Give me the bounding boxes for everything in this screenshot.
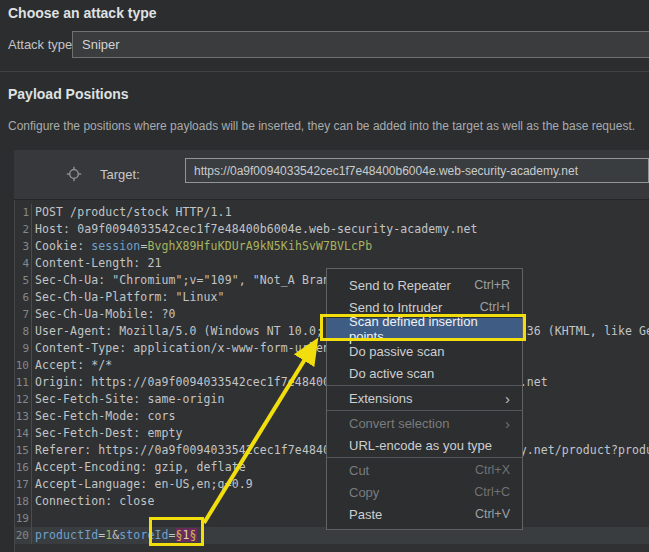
line-number: 2 xyxy=(15,221,32,238)
menu-item-label: URL-encode as you type xyxy=(349,438,510,453)
menu-item-do-passive-scan[interactable]: Do passive scan xyxy=(327,340,522,362)
menu-item-shortcut: Ctrl+C xyxy=(474,485,510,499)
request-line-text: Accept-Language: en-US,en;q=0.9 xyxy=(32,476,253,493)
line-number: 1 xyxy=(15,204,32,221)
menu-item-paste[interactable]: PasteCtrl+V xyxy=(327,503,522,525)
request-line[interactable]: 2Host: 0a9f0094033542cec1f7e48400b6004e.… xyxy=(15,221,649,238)
menu-item-shortcut: Ctrl+V xyxy=(475,507,510,521)
crosshair-target-icon xyxy=(66,166,82,182)
menu-item-label: Extensions xyxy=(349,391,505,406)
menu-item-label: Send to Repeater xyxy=(349,278,474,293)
menu-item-do-active-scan[interactable]: Do active scan xyxy=(327,362,522,384)
line-number: 5 xyxy=(15,272,32,289)
line-number: 14 xyxy=(15,425,32,442)
request-line-text: Connection: close xyxy=(32,493,154,510)
attack-type-section-title: Choose an attack type xyxy=(8,5,157,21)
target-label: Target: xyxy=(100,167,140,182)
attack-type-select[interactable]: Sniper xyxy=(72,31,649,58)
payload-positions-description: Configure the positions where payloads w… xyxy=(8,119,648,133)
line-number: 8 xyxy=(15,323,32,340)
attack-type-label: Attack type: xyxy=(8,37,76,52)
menu-separator xyxy=(327,385,522,386)
menu-item-shortcut: Ctrl+X xyxy=(475,463,510,477)
line-number: 11 xyxy=(15,374,32,391)
request-line-text xyxy=(32,510,35,527)
menu-item-label: Scan defined insertion points xyxy=(349,314,510,344)
request-line-text: Sec-Fetch-Mode: cors xyxy=(32,408,175,425)
menu-separator xyxy=(327,457,522,458)
menu-item-copy: CopyCtrl+C xyxy=(327,481,522,503)
menu-item-label: Send to Intruder xyxy=(349,300,480,315)
line-number: 10 xyxy=(15,357,32,374)
menu-item-shortcut: Ctrl+R xyxy=(474,278,510,292)
line-number: 6 xyxy=(15,289,32,306)
menu-item-label: Copy xyxy=(349,485,474,500)
submenu-arrow-icon: › xyxy=(505,416,510,431)
menu-item-label: Do passive scan xyxy=(349,344,510,359)
menu-item-url-encode-as-you-type[interactable]: URL-encode as you type xyxy=(327,434,522,456)
menu-item-label: Convert selection xyxy=(349,416,505,431)
request-line-text: POST /product/stock HTTP/1.1 xyxy=(32,204,232,221)
menu-item-cut: CutCtrl+X xyxy=(327,459,522,481)
line-number: 13 xyxy=(15,408,32,425)
menu-item-convert-selection: Convert selection› xyxy=(327,412,522,434)
line-number: 3 xyxy=(15,238,32,255)
request-line[interactable]: 3Cookie: session=BvghX89HfuKDUrA9kN5KihS… xyxy=(15,238,649,255)
attack-type-selected-value: Sniper xyxy=(82,37,120,52)
payload-positions-title: Payload Positions xyxy=(8,86,129,102)
menu-item-extensions[interactable]: Extensions› xyxy=(327,387,522,409)
burp-intruder-positions-view: Choose an attack type Attack type: Snipe… xyxy=(0,0,649,552)
request-line-text: Host: 0a9f0094033542cec1f7e48400b6004e.w… xyxy=(32,221,478,238)
request-line-text: Content-Length: 21 xyxy=(32,255,161,272)
context-menu: Send to RepeaterCtrl+RSend to IntruderCt… xyxy=(326,268,523,530)
menu-item-scan-defined-insertion-points[interactable]: Scan defined insertion points xyxy=(327,318,522,340)
section-divider xyxy=(0,71,649,72)
menu-item-label: Paste xyxy=(349,507,475,522)
menu-separator xyxy=(327,410,522,411)
target-url-field[interactable]: https://0a9f0094033542cec1f7e48400b6004e… xyxy=(185,158,649,183)
request-line[interactable]: 1POST /product/stock HTTP/1.1 xyxy=(15,204,649,221)
request-line-text: Sec-Ch-Ua-Platform: "Linux" xyxy=(32,289,225,306)
submenu-arrow-icon: › xyxy=(505,391,510,406)
request-line-text: Cookie: session=BvghX89HfuKDUrA9kN5KihSv… xyxy=(32,238,372,255)
request-line-text: Sec-Fetch-Dest: empty xyxy=(32,425,183,442)
line-number: 16 xyxy=(15,459,32,476)
line-number: 12 xyxy=(15,391,32,408)
line-number: 7 xyxy=(15,306,32,323)
line-number: 18 xyxy=(15,493,32,510)
line-number: 20 xyxy=(15,527,32,544)
line-number: 15 xyxy=(15,442,32,459)
line-number: 19 xyxy=(15,510,32,527)
menu-item-send-to-repeater[interactable]: Send to RepeaterCtrl+R xyxy=(327,274,522,296)
line-number: 9 xyxy=(15,340,32,357)
request-line-text: Sec-Fetch-Site: same-origin xyxy=(32,391,225,408)
request-line-text: productId=1&storeId=§1§ xyxy=(32,527,197,544)
menu-item-shortcut: Ctrl+I xyxy=(480,300,510,314)
request-line-text: Content-Type: application/x-www-form-url… xyxy=(32,340,365,357)
menu-item-label: Cut xyxy=(349,463,475,478)
menu-item-label: Do active scan xyxy=(349,366,510,381)
request-line-text: Sec-Ch-Ua-Mobile: ?0 xyxy=(32,306,175,323)
request-line-text: Accept: */* xyxy=(32,357,112,374)
request-line-text: Accept-Encoding: gzip, deflate xyxy=(32,459,246,476)
line-number: 17 xyxy=(15,476,32,493)
line-number: 4 xyxy=(15,255,32,272)
